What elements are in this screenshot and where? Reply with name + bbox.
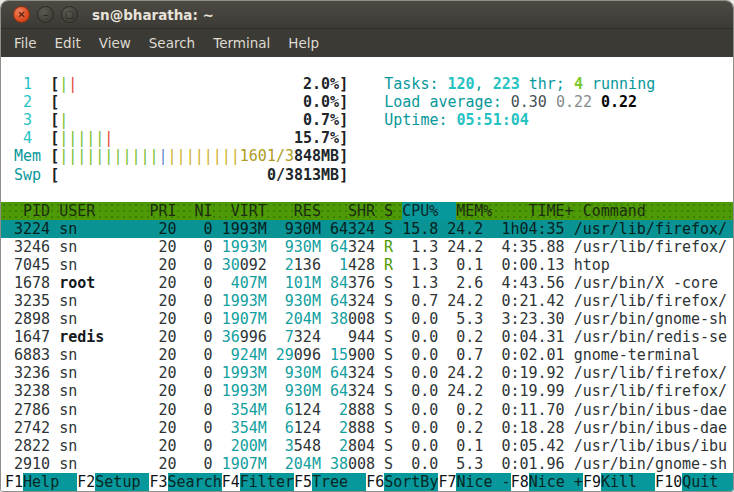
process-row[interactable]: 7045sn2003009221361428R1.30.10:00.13htop [1, 256, 733, 274]
menu-file[interactable]: File [5, 31, 46, 55]
cpu-percent-cell: 0.0 [402, 382, 438, 400]
shr-cell: 15900 [330, 346, 375, 364]
cpu-percent-cell: 1.3 [402, 274, 438, 292]
mem-used-value: 1601/3 [240, 147, 294, 165]
command-cell: /usr/lib/firefox/ [574, 238, 733, 256]
process-row[interactable]: 1647redis200369967324944S0.00.20:04.31/u… [1, 328, 733, 346]
pid-cell: 7045 [5, 256, 50, 274]
fkey-f8[interactable]: F8Nice + [511, 473, 583, 491]
shr-cell: 38008 [330, 310, 375, 328]
shr-cell: 64324 [330, 292, 375, 310]
tasks-summary-part: 4 [574, 75, 583, 93]
process-row[interactable]: 1678root200407M101M84376S1.32.64:43.56/u… [1, 274, 733, 292]
fkey-f5[interactable]: F5Tree [294, 473, 366, 491]
meter-bar: | [77, 129, 86, 147]
fkey-f3[interactable]: F3Search [149, 473, 221, 491]
process-row[interactable]: 3246sn2001993M930M64324R1.324.24:35.88/u… [1, 238, 733, 256]
column-header-cmd[interactable]: Command [583, 202, 733, 220]
column-header-user[interactable]: USER [59, 202, 140, 220]
time-cell: 4:35.88 [492, 238, 564, 256]
virt-value-mb: 1993M [222, 220, 267, 238]
virt-cell: 407M [222, 274, 267, 292]
column-header-time[interactable]: TIME+ [501, 202, 573, 220]
process-row[interactable]: 3238sn2001993M930M64324S0.024.20:19.99/u… [1, 382, 733, 400]
pid-cell: 2786 [5, 401, 50, 419]
process-row[interactable]: 2822sn200200M35482804S0.00.10:05.42/usr/… [1, 437, 733, 455]
cpu1-label: 1 [5, 75, 50, 93]
nice-cell: 0 [186, 220, 213, 238]
menu-view[interactable]: View [90, 31, 140, 55]
process-row[interactable]: 2786sn200354M61242888S0.00.20:11.70/usr/… [1, 400, 733, 418]
menu-search[interactable]: Search [140, 31, 204, 55]
fkey-f4[interactable]: F4Filter [222, 473, 294, 491]
res-cell: 29096 [276, 346, 321, 364]
column-header-shr[interactable]: SHR [330, 202, 375, 220]
res-value-mb: 2 [285, 256, 294, 274]
maximize-button[interactable]: ▢ [61, 6, 78, 23]
shr-value-mb: 64 [330, 292, 348, 310]
menu-help[interactable]: Help [279, 31, 328, 55]
mem-percent-cell: 5.3 [447, 310, 483, 328]
state-cell: S [384, 274, 393, 292]
process-row[interactable]: 3236sn2001993M930M64324S0.024.20:19.92/u… [1, 364, 733, 382]
priority-cell: 20 [149, 328, 176, 346]
virt-value-mb: 1993M [222, 292, 267, 310]
process-row[interactable]: 3224sn2001993M930M64324S15.824.21h04:35/… [1, 220, 733, 238]
shr-cell: 84376 [330, 274, 375, 292]
time-cell: 0:00.13 [492, 256, 564, 274]
process-row[interactable]: 3235sn2001993M930M64324S0.724.20:21.42/u… [1, 292, 733, 310]
nice-cell: 0 [186, 346, 213, 364]
time-cell: 1h04:35 [492, 220, 564, 238]
terminal-content[interactable]: 1 [||2.0%] Tasks: 120, 223 thr; 4 runnin… [1, 57, 733, 491]
virt-cell: 1993M [222, 382, 267, 400]
process-row[interactable]: 2898sn2001907M204M38008S0.05.33:23.30/us… [1, 310, 733, 328]
menu-edit[interactable]: Edit [46, 31, 90, 55]
column-header-pid[interactable]: PID [5, 202, 50, 220]
minimize-button[interactable]: – [37, 6, 54, 23]
fkey-label: Search [168, 473, 222, 491]
mem-percent-cell: 24.2 [447, 382, 483, 400]
fkey-f2[interactable]: F2Setup [77, 473, 149, 491]
swp-label: Swp [5, 166, 50, 184]
menu-terminal[interactable]: Terminal [204, 31, 279, 55]
meter-close-bracket: ] [339, 75, 348, 93]
fkey-f1[interactable]: F1Help [5, 473, 77, 491]
process-row[interactable]: 6883sn200924M2909615900S0.00.70:02.01gno… [1, 346, 733, 364]
title-bar[interactable]: ✕ – ▢ sn@bharatha: ~ [1, 1, 733, 29]
cpu-percent-cell: 0.0 [402, 401, 438, 419]
user-cell: sn [59, 238, 140, 256]
meter-bar: | [140, 147, 149, 165]
state-cell: S [384, 455, 393, 473]
process-row[interactable]: 2910sn2001907M204M38008S0.05.30:01.96/us… [1, 455, 733, 473]
spacer [348, 111, 384, 129]
shr-value-mb: 2 [339, 419, 348, 437]
close-button[interactable]: ✕ [13, 6, 30, 23]
fkey-f9[interactable]: F9Kill [583, 473, 655, 491]
shr-value-kb: 888 [348, 401, 375, 419]
column-header-mem[interactable]: MEM% [456, 202, 492, 220]
state-cell: S [384, 346, 393, 364]
virt-cell: 924M [222, 346, 267, 364]
nice-cell: 0 [186, 292, 213, 310]
priority-cell: 20 [149, 310, 176, 328]
fkey-f10[interactable]: F10Quit [655, 473, 733, 491]
column-header-ni[interactable]: NI [186, 202, 213, 220]
meter-value: 1601/3848MB [240, 147, 339, 165]
column-header-res[interactable]: RES [276, 202, 321, 220]
cpu3-label: 3 [5, 111, 50, 129]
res-cell: 930M [276, 364, 321, 382]
meter-bar: | [86, 147, 95, 165]
column-header-virt[interactable]: VIRT [222, 202, 267, 220]
command-cell: /usr/lib/firefox/ [574, 220, 733, 238]
column-header-s[interactable]: S [384, 202, 393, 220]
column-header-cpu[interactable]: CPU% [402, 202, 456, 220]
res-cell: 930M [276, 238, 321, 256]
tasks-summary: Tasks: 120, 223 thr; 4 running [384, 75, 655, 93]
time-cell: 0:04.31 [492, 328, 564, 346]
fkey-f6[interactable]: F6SortBy [366, 473, 438, 491]
fkey-f7[interactable]: F7Nice - [438, 473, 510, 491]
process-row[interactable]: 2742sn200354M61242888S0.00.20:18.28/usr/… [1, 419, 733, 437]
column-header-pri[interactable]: PRI [149, 202, 176, 220]
res-value-kb: 548 [294, 437, 321, 455]
priority-cell: 20 [149, 419, 176, 437]
